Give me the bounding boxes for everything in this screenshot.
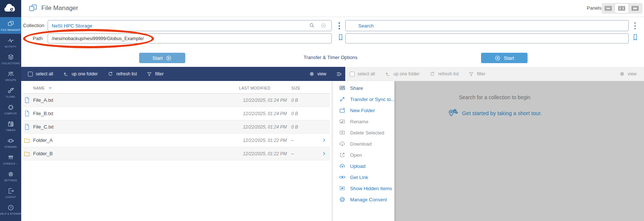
- file-manager-icon: [7, 20, 15, 27]
- tour-link[interactable]: Get started by taking a short tour.: [462, 110, 542, 116]
- globus-logo[interactable]: g: [0, 0, 21, 17]
- menu-item-show-hidden-items[interactable]: Show Hidden Items: [334, 183, 394, 194]
- file-manager-icon: [28, 3, 38, 13]
- filter-label: filter: [155, 71, 164, 77]
- file-row-file-b-txt[interactable]: File_B.txt12/22/2025, 01:24 PM0 B: [23, 107, 330, 120]
- file-modified: 12/22/2025, 01:22 PM: [224, 138, 287, 143]
- path-input[interactable]: [48, 33, 332, 43]
- menu-item-label: Open: [350, 152, 362, 158]
- right-collection-menu-dots[interactable]: [634, 22, 637, 30]
- collection-input-icons: [309, 22, 327, 29]
- collection-label: Collection: [23, 23, 44, 28]
- file-size: 0 B: [287, 111, 316, 116]
- menu-item-label: Rename: [350, 119, 368, 124]
- menu-item-upload[interactable]: Upload: [334, 160, 394, 172]
- transfer-timer-options[interactable]: Transfer & Timer Options: [301, 55, 361, 60]
- show-hidden-items-icon: [339, 185, 346, 192]
- new-folder-icon: [339, 107, 346, 114]
- sidebar-item-label: GROUPS: [5, 79, 16, 81]
- sidebar-item-help-sitemap[interactable]: ?HELP & SITEMAP: [0, 201, 21, 218]
- open-folder-chevron-icon[interactable]: [321, 137, 327, 143]
- file-row-file-c-txt[interactable]: File_C.txt12/22/2025, 01:24 PM0 B: [23, 120, 330, 134]
- menu-item-manage-consent[interactable]: Manage Consent: [334, 194, 394, 205]
- menu-item-rename: Rename: [334, 116, 394, 127]
- sidebar-item-flows[interactable]: FLOWS: [0, 84, 21, 101]
- sidebar: g FILE MANAGERACTIVITYCOLLECTIONSGROUPSF…: [0, 0, 21, 221]
- groups-icon: [7, 70, 15, 78]
- panel-layout-switcher: [602, 3, 643, 14]
- wide-panel-button[interactable]: [628, 3, 642, 14]
- select-all-checkbox[interactable]: [28, 72, 33, 77]
- column-last-modified[interactable]: LAST MODIFIED: [224, 86, 287, 90]
- select-all[interactable]: select all: [28, 71, 53, 77]
- streams-icon: [7, 137, 15, 144]
- refresh-icon: [429, 71, 435, 77]
- empty-state-message: Search for a collection to begin: [459, 94, 530, 100]
- sidebar-item-activity[interactable]: ACTIVITY: [0, 34, 21, 51]
- column-name[interactable]: NAME: [33, 86, 224, 90]
- start-transfer-right-button[interactable]: Start: [481, 53, 528, 63]
- start-left-label: Start: [153, 55, 163, 61]
- sidebar-item-file-manager[interactable]: FILE MANAGER: [0, 17, 21, 34]
- file-row-folder-b[interactable]: Folder_B12/22/2025, 01:22 PM–: [23, 147, 330, 160]
- tour-link-row[interactable]: Get started by taking a short tour.: [448, 108, 542, 119]
- filter[interactable]: filter: [147, 71, 164, 77]
- collection-menu-dots[interactable]: [338, 22, 341, 30]
- path-label: Path: [33, 36, 43, 41]
- clear-icon[interactable]: [320, 22, 327, 29]
- collapse-panel-icon[interactable]: [336, 71, 342, 77]
- bookmark-icon[interactable]: [337, 33, 345, 41]
- menu-item-share[interactable]: Share: [334, 82, 394, 94]
- menu-item-label: Show Hidden Items: [350, 186, 392, 191]
- page-title: File Manager: [41, 4, 78, 12]
- svg-text:?: ?: [10, 206, 12, 209]
- up-one-folder[interactable]: up one folder: [63, 71, 98, 77]
- file-name: File_C.txt: [33, 124, 224, 130]
- sidebar-item-logout[interactable]: LOGOUT: [0, 184, 21, 201]
- right-path-input[interactable]: [345, 33, 629, 43]
- collection-input[interactable]: [48, 20, 332, 31]
- sidebar-item-label: FILE MANAGER: [1, 29, 20, 31]
- menu-item-open: Open: [334, 149, 394, 160]
- sidebar-item-settings[interactable]: SETTINGS: [0, 168, 21, 184]
- sidebar-item-timers[interactable]: TIMERS: [0, 117, 21, 134]
- single-panel-button[interactable]: [602, 3, 615, 14]
- sidebar-item-streams[interactable]: STREAMS: [0, 134, 21, 151]
- view-label: view: [628, 71, 637, 77]
- search-icon[interactable]: [309, 22, 315, 29]
- collections-icon: [7, 53, 15, 61]
- file-modified: 12/22/2025, 01:24 PM: [224, 124, 287, 130]
- menu-item-download: Download: [334, 138, 394, 149]
- file-manager-page: g FILE MANAGERACTIVITYCOLLECTIONSGROUPSF…: [0, 0, 644, 221]
- refresh-list[interactable]: refresh list: [108, 71, 137, 77]
- tour-pins-icon: [448, 108, 459, 119]
- manage-consent-icon: [339, 196, 346, 203]
- view-options[interactable]: view: [309, 71, 326, 77]
- filter: filter: [468, 71, 486, 77]
- file-icon: [23, 97, 31, 104]
- sidebar-item-label: COMPUTE: [4, 112, 17, 115]
- collection-search-input[interactable]: [345, 20, 629, 31]
- sidebar-item-label: HELP & SITEMAP: [0, 212, 21, 215]
- menu-item-transfer-or-sync-to[interactable]: Transfer or Sync to...: [334, 94, 394, 105]
- right-panel-toolbar: select allup one folderrefresh listfilte…: [345, 67, 644, 81]
- sidebar-item-label: ACTIVITY: [5, 45, 17, 48]
- file-row-file-a-txt[interactable]: File_A.txt12/22/2025, 01:24 PM0 B: [23, 94, 330, 107]
- menu-item-new-folder[interactable]: New Folder: [334, 105, 394, 116]
- upload-icon: [339, 163, 346, 169]
- sidebar-item-groups[interactable]: GROUPS: [0, 67, 21, 84]
- file-row-folder-a[interactable]: Folder_A12/22/2025, 01:22 PM–: [23, 134, 330, 147]
- open-folder-chevron-icon[interactable]: [321, 151, 327, 156]
- menu-item-delete-selected: Delete Selected: [334, 127, 394, 138]
- transfer-or-sync-to-icon: [339, 96, 346, 103]
- sidebar-item-console[interactable]: CONSOLE ⌄: [0, 151, 21, 168]
- start-transfer-left-button[interactable]: Start: [139, 53, 185, 63]
- menu-item-get-link[interactable]: Get Link: [334, 172, 394, 183]
- dual-panel-button[interactable]: [615, 4, 628, 13]
- console-icon: [7, 154, 15, 161]
- bookmark-icon[interactable]: [631, 33, 639, 41]
- sidebar-item-collections[interactable]: COLLECTIONS: [0, 51, 21, 67]
- column-size[interactable]: SIZE: [287, 86, 316, 90]
- sidebar-item-compute[interactable]: COMPUTE: [0, 101, 21, 117]
- up-one-folder-label: up one folder: [394, 71, 420, 77]
